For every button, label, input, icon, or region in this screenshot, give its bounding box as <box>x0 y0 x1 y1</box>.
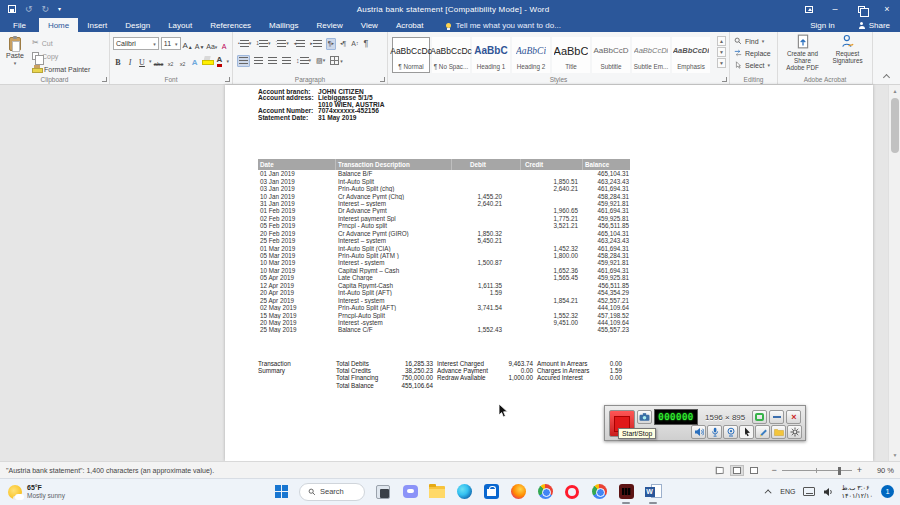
font-dialog-launcher-icon[interactable] <box>225 77 230 82</box>
scroll-up-icon[interactable]: ▲ <box>889 85 900 97</box>
task-view-button[interactable] <box>374 483 392 501</box>
paragraph-dialog-launcher-icon[interactable] <box>380 77 385 82</box>
opera-button[interactable] <box>563 483 581 501</box>
bullets-button[interactable]: •▾ <box>237 38 252 50</box>
borders-button[interactable]: ▾ <box>329 55 344 67</box>
strikethrough-button[interactable]: abc <box>154 54 164 67</box>
italic-button[interactable]: I <box>125 54 135 67</box>
start-button[interactable] <box>272 483 290 501</box>
recorder-settings-button[interactable] <box>787 425 802 439</box>
styles-scroll-down-icon[interactable]: ▼ <box>717 47 726 57</box>
font-color-dropdown-icon[interactable]: ▾ <box>226 58 229 64</box>
redo-icon[interactable]: ↻ <box>42 5 50 14</box>
annotate-pencil-button[interactable] <box>755 425 770 439</box>
output-folder-button[interactable] <box>771 425 786 439</box>
word-app-button[interactable]: W <box>644 483 662 501</box>
scrollbar-thumb[interactable] <box>891 98 899 153</box>
cut-button[interactable]: ✂ Cut <box>30 37 92 49</box>
sign-in-button[interactable]: Sign in <box>810 18 834 32</box>
justify-button[interactable] <box>281 55 292 67</box>
zoom-slider[interactable] <box>782 470 852 471</box>
microphone-toggle-button[interactable] <box>707 425 722 439</box>
select-button[interactable]: Select▾ <box>734 59 777 71</box>
taskbar-clock[interactable]: ۳:۰۶ ب.ظ ۱۴۰۱/۱۲/۱۰ <box>841 484 873 499</box>
subscript-button[interactable]: x2 <box>166 54 176 67</box>
minimize-icon[interactable]: – <box>822 0 848 18</box>
style-card-heading-2[interactable]: AaBbCiHeading 2 <box>512 37 550 73</box>
ribbon-display-options-icon[interactable] <box>796 0 822 18</box>
superscript-button[interactable]: x2 <box>178 54 188 67</box>
tab-insert[interactable]: Insert <box>78 18 116 32</box>
weather-widget[interactable]: 65°F Mostly sunny <box>0 484 120 500</box>
tab-layout[interactable]: Layout <box>159 18 201 32</box>
chat-button[interactable] <box>401 483 419 501</box>
underline-button[interactable]: U <box>137 54 147 67</box>
edge-button[interactable] <box>455 483 473 501</box>
shading-button[interactable]: ▨▾ <box>315 55 326 67</box>
underline-dropdown-icon[interactable]: ▾ <box>149 58 152 64</box>
vertical-scrollbar[interactable]: ▲ ▼ <box>888 85 900 461</box>
firefox-button[interactable] <box>509 483 527 501</box>
chromium-button[interactable] <box>536 483 554 501</box>
tab-mailings[interactable]: Mailings <box>260 18 307 32</box>
region-select-button[interactable] <box>752 410 767 424</box>
cursor-capture-button[interactable] <box>739 425 754 439</box>
tab-home[interactable]: Home <box>39 18 78 32</box>
screenshot-camera-button[interactable] <box>637 410 652 424</box>
format-painter-button[interactable]: Format Painter <box>30 63 92 75</box>
tab-acrobat[interactable]: Acrobat <box>387 18 433 32</box>
decrease-indent-button[interactable]: ◂ <box>293 38 307 50</box>
tab-review[interactable]: Review <box>307 18 351 32</box>
collapse-ribbon-button[interactable] <box>873 32 899 84</box>
tab-file[interactable]: File <box>0 18 39 32</box>
zoom-level[interactable]: 90 % <box>870 466 894 475</box>
zoom-out-icon[interactable]: − <box>771 465 776 475</box>
style-card-subtitle[interactable]: AaBbCcDSubtitle <box>592 37 630 73</box>
speaker-toggle-button[interactable] <box>691 425 706 439</box>
web-layout-button[interactable] <box>747 465 761 476</box>
restore-icon[interactable] <box>848 0 874 18</box>
clipboard-dialog-launcher-icon[interactable] <box>102 77 107 82</box>
left-to-right-button[interactable]: ¶▸ <box>326 38 336 50</box>
zoom-in-icon[interactable]: + <box>857 465 862 475</box>
scroll-down-icon[interactable]: ▼ <box>889 449 900 461</box>
style-card--no-spac-[interactable]: AaBbCcDc¶ No Spac... <box>432 37 470 73</box>
sort-button[interactable]: A↕ <box>350 38 359 50</box>
webcam-toggle-button[interactable] <box>723 425 738 439</box>
style-card-title[interactable]: AaBbCTitle <box>552 37 590 73</box>
right-to-left-button[interactable]: ◂¶ <box>339 38 347 50</box>
align-center-button[interactable] <box>253 55 264 67</box>
chrome-button[interactable] <box>590 483 608 501</box>
recorder-app-button[interactable] <box>617 483 635 501</box>
styles-scroll-up-icon[interactable]: ▲ <box>717 36 726 46</box>
recorder-minimize-button[interactable] <box>769 410 784 424</box>
language-indicator[interactable]: ENG <box>780 488 795 495</box>
save-icon[interactable] <box>8 5 16 13</box>
zoom-slider-thumb[interactable] <box>838 467 841 475</box>
style-card-heading-1[interactable]: AaBbCHeading 1 <box>472 37 510 73</box>
close-icon[interactable]: × <box>874 0 900 18</box>
clear-formatting-button[interactable]: A <box>219 37 229 50</box>
copy-button[interactable]: Copy <box>30 50 92 62</box>
paste-dropdown-icon[interactable]: ▾ <box>14 60 17 66</box>
font-size-combo[interactable]: 11▾ <box>161 37 181 50</box>
customize-quick-access-icon[interactable]: ▾ <box>58 6 61 12</box>
undo-icon[interactable]: ↺ <box>25 5 33 14</box>
show-marks-button[interactable]: ¶ <box>362 38 369 50</box>
multilevel-list-button[interactable]: ⁚▾ <box>275 38 290 50</box>
replace-button[interactable]: Replace <box>734 47 777 59</box>
taskbar-search[interactable]: Search <box>299 483 365 501</box>
style-card-subtle-em-[interactable]: AaBbCcDiSubtle Em... <box>632 37 670 73</box>
align-left-button[interactable] <box>237 55 250 67</box>
find-button[interactable]: Find▾ <box>734 35 777 47</box>
tab-references[interactable]: References <box>201 18 260 32</box>
tab-view[interactable]: View <box>352 18 387 32</box>
increase-indent-button[interactable]: ▸ <box>309 38 323 50</box>
font-color-button[interactable]: A <box>217 56 223 67</box>
style-card-emphasis[interactable]: AaBbCcDiEmphasis <box>672 37 710 73</box>
share-button[interactable]: Share <box>849 18 900 32</box>
shrink-font-button[interactable]: A▼ <box>195 37 205 50</box>
recorder-close-button[interactable]: × <box>786 410 801 424</box>
align-right-button[interactable] <box>267 55 278 67</box>
read-mode-button[interactable] <box>713 465 727 476</box>
